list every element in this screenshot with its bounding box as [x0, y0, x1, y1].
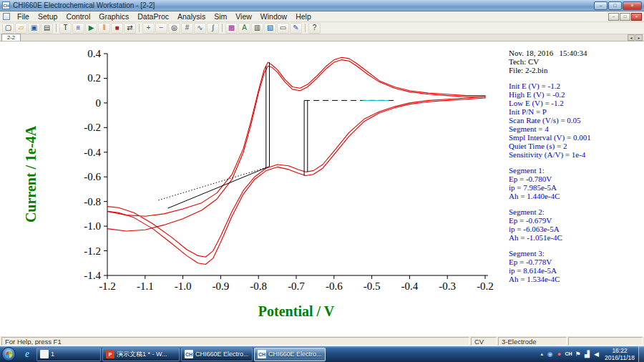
help-icon[interactable]: ? — [308, 23, 321, 34]
parameter-line: Init E (V) = -1.2 — [509, 82, 642, 90]
menu-item-control[interactable]: Control — [62, 11, 94, 21]
document-icon[interactable] — [3, 13, 10, 20]
overlay-plots-icon[interactable]: ▧ — [264, 23, 276, 34]
anodic-baseline-solid — [168, 167, 270, 209]
print-icon[interactable]: ▤ — [41, 23, 53, 34]
x-tick-label: -0.3 — [439, 280, 456, 292]
taskbar-item-presentation[interactable]: P演示文稿1 * - W... — [102, 348, 180, 361]
system-tray: ▴ ◉●CH⚑▟◀ 16:22 2016/11/18 — [539, 346, 644, 362]
toolbar-separator — [56, 24, 57, 32]
child-window-controls: – □ × — [608, 13, 642, 21]
maximize-button[interactable]: □ — [608, 1, 622, 10]
y-tick-label: 0.4 — [87, 48, 101, 59]
parameter-line: Scan Rate (V/s) = 0.05 — [509, 116, 642, 124]
task-label: CHI660E Electro... — [195, 351, 249, 358]
tray-status-blue-icon[interactable]: ◉ — [545, 346, 555, 362]
menu-item-graphics[interactable]: Graphics — [94, 11, 133, 21]
taskbar: e 1P演示文稿1 * - W...CHCHI660E Electro...CH… — [0, 346, 644, 362]
zoom-in-icon[interactable]: + — [142, 23, 155, 34]
volume-icon[interactable]: ◀ — [592, 346, 601, 362]
smooth-icon[interactable]: ∿ — [194, 23, 206, 34]
results-panel: Nov. 18, 2016 15:40:34Tech: CVFile: 2-2.… — [509, 49, 642, 290]
tab-2-2[interactable]: 2-2 — [1, 34, 21, 41]
menu-item-window[interactable]: Window — [256, 11, 291, 21]
status-technique: CV — [471, 337, 497, 346]
copy-icon[interactable]: ▭ — [277, 23, 289, 34]
zoom-out-icon[interactable]: − — [155, 23, 167, 34]
annotate-icon[interactable]: ✎ — [290, 23, 302, 34]
x-tick-label: -0.5 — [364, 280, 381, 292]
menu-item-view[interactable]: View — [231, 11, 256, 21]
parameters-icon[interactable]: ≡ — [72, 23, 84, 34]
y-tick-label: 0.2 — [87, 72, 101, 84]
pause-icon[interactable]: ‖ — [98, 23, 110, 34]
child-restore-button[interactable]: □ — [620, 13, 630, 21]
segment-line: ip = 8.614e-5A — [509, 266, 642, 275]
axis-options-icon[interactable]: ▥ — [251, 23, 263, 34]
info-line: Nov. 18, 2016 15:40:34 — [509, 49, 642, 57]
status-cell-type: 3-Electrode — [498, 337, 567, 346]
minimize-button[interactable]: – — [594, 1, 608, 10]
clock-date: 2016/11/18 — [605, 355, 635, 362]
menu-item-sim[interactable]: Sim — [210, 11, 231, 21]
segment-result-block-3: Segment 3:Ep = -0.778Vip = 8.614e-5AAh =… — [509, 249, 642, 283]
font-icon[interactable]: A — [238, 23, 250, 34]
network-icon[interactable]: ▟ — [582, 346, 592, 362]
child-close-button[interactable]: × — [631, 13, 642, 21]
integration-icon[interactable]: ∫ — [207, 23, 219, 34]
child-minimize-button[interactable]: – — [608, 13, 619, 21]
segment-result-block-2: Segment 2:Ep = -0.679Vip = -6.063e-5AAh … — [509, 207, 642, 242]
taskbar-item-folder[interactable]: 1 — [36, 348, 101, 361]
new-file-icon[interactable]: ▢ — [2, 23, 14, 34]
run-icon[interactable]: ▶ — [85, 23, 97, 34]
y-tick-label: -0.6 — [84, 171, 101, 182]
start-button[interactable] — [1, 347, 16, 361]
task-label: CHI660E Electro... — [268, 351, 322, 358]
technique-icon[interactable]: T — [59, 23, 72, 34]
x-axis-title: Potential / V — [107, 303, 485, 320]
manual-result-icon[interactable]: ◎ — [168, 23, 180, 34]
anodic-baseline-dotted — [158, 167, 265, 200]
parameter-line: Sensitivity (A/V) = 1e-4 — [509, 150, 642, 159]
menu-bar: FileSetupControlGraphicsDataProcAnalysis… — [0, 11, 644, 22]
open-folder-icon[interactable]: ▱ — [15, 23, 27, 34]
tab-scroll-right-icon[interactable]: ▸ — [635, 34, 643, 41]
y-tick-label: -0.8 — [84, 196, 101, 207]
segment-line: Ep = -0.778V — [509, 258, 642, 266]
segment-line: Ep = -0.780V — [509, 175, 642, 183]
show-desktop-button[interactable] — [638, 346, 644, 362]
internet-explorer-icon[interactable]: e — [18, 347, 36, 361]
menu-item-help[interactable]: Help — [291, 11, 316, 21]
grid-icon[interactable]: # — [181, 23, 193, 34]
palette-icon[interactable]: ▩ — [225, 23, 238, 34]
taskbar-clock[interactable]: 16:22 2016/11/18 — [601, 347, 638, 361]
stop-icon[interactable]: ■ — [111, 23, 123, 34]
tab-scroll-left-icon[interactable]: ◂ — [628, 34, 635, 41]
reverse-scan-icon[interactable]: ⇄ — [124, 23, 136, 34]
segment-line: Ah = -1.051e-4C — [509, 233, 642, 242]
ie-glyph: e — [25, 348, 29, 360]
y-tick-label: -1.4 — [84, 270, 101, 281]
save-icon[interactable]: ▣ — [28, 23, 40, 34]
menu-item-dataproc[interactable]: DataProc — [133, 11, 173, 21]
menu-item-file[interactable]: File — [13, 11, 34, 21]
tray-icons: ◉●CH⚑▟◀ — [545, 346, 601, 362]
menu-item-setup[interactable]: Setup — [34, 11, 62, 21]
x-tick-label: -0.6 — [326, 280, 343, 292]
close-button[interactable]: × — [623, 1, 642, 10]
menu-item-analysis[interactable]: Analysis — [173, 11, 210, 21]
segment-line: Ah = 1.440e-4C — [509, 192, 642, 200]
x-tick-label: -1.0 — [175, 280, 192, 292]
tray-chevron-icon[interactable]: ▴ — [539, 351, 546, 357]
menu-items: FileSetupControlGraphicsDataProcAnalysis… — [13, 11, 608, 21]
y-tick-label: 0 — [96, 97, 102, 109]
tray-status-red-icon[interactable]: ● — [555, 346, 564, 362]
segment-line: Ah = 1.534e-4C — [509, 275, 642, 283]
toolbar-separator — [222, 24, 223, 32]
action-center-icon[interactable]: ⚑ — [573, 346, 582, 362]
language-indicator[interactable]: CH — [564, 346, 573, 362]
title-bar[interactable]: CH CHI660E Electrochemical Workstation -… — [0, 0, 644, 11]
x-tick-label: -1.2 — [99, 280, 116, 292]
taskbar-item-chi660e-1[interactable]: CHCHI660E Electro... — [181, 348, 253, 361]
taskbar-item-chi660e-2[interactable]: CHCHI660E Electro... — [254, 348, 326, 361]
